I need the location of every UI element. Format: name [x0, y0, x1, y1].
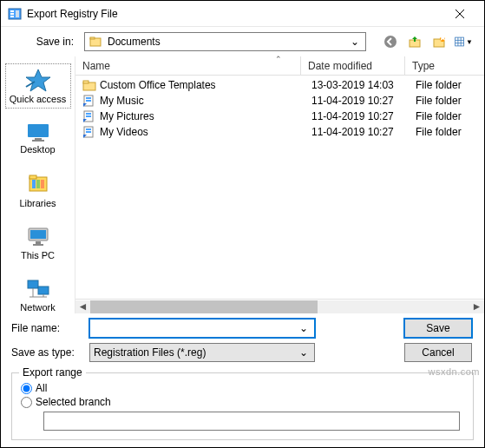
- save-as-type-value: Registration Files (*.reg): [94, 346, 297, 359]
- file-date-cell: 13-03-2019 14:03: [305, 79, 409, 91]
- svg-rect-30: [36, 241, 41, 244]
- regedit-icon: [8, 7, 22, 21]
- file-date-cell: 11-04-2019 10:27: [305, 126, 409, 138]
- desktop-icon: [24, 122, 52, 142]
- column-headers: ⌃ Name Date modified Type: [75, 56, 484, 76]
- svg-text:★: ★: [438, 35, 447, 43]
- chevron-down-icon[interactable]: ⌄: [297, 322, 311, 334]
- file-name-combo[interactable]: ⌄: [89, 319, 315, 338]
- scroll-thumb[interactable]: [90, 300, 318, 313]
- scroll-left-button[interactable]: ◄: [75, 300, 90, 313]
- export-all-radio[interactable]: All: [21, 382, 464, 394]
- folder-icon: [82, 78, 96, 92]
- file-date-cell: 11-04-2019 10:27: [305, 95, 409, 107]
- svg-rect-1: [10, 10, 14, 12]
- svg-rect-4: [16, 10, 19, 17]
- svg-rect-29: [30, 230, 46, 239]
- svg-rect-38: [83, 81, 88, 83]
- view-menu-button[interactable]: ▼: [453, 32, 474, 51]
- svg-marker-19: [26, 69, 50, 91]
- export-all-label: All: [36, 382, 47, 394]
- svg-rect-3: [10, 16, 14, 17]
- svg-rect-43: [86, 113, 91, 115]
- svg-rect-26: [36, 180, 40, 188]
- network-icon: [24, 278, 52, 300]
- up-folder-icon: [408, 35, 422, 49]
- svg-rect-46: [86, 128, 91, 130]
- svg-rect-32: [28, 280, 38, 288]
- file-type-cell: File folder: [409, 126, 484, 138]
- svg-rect-24: [29, 175, 36, 179]
- sidebar-item-this-pc[interactable]: This PC: [5, 221, 71, 265]
- horizontal-scrollbar[interactable]: ◄ ►: [75, 299, 484, 313]
- svg-rect-33: [38, 287, 49, 294]
- chevron-down-icon[interactable]: ⌄: [297, 346, 311, 359]
- documents-folder-icon: [88, 35, 102, 49]
- export-selected-label: Selected branch: [36, 396, 111, 408]
- save-as-type-combo[interactable]: Registration Files (*.reg) ⌄: [89, 343, 315, 362]
- sidebar-item-desktop[interactable]: Desktop: [5, 117, 71, 159]
- export-selected-radio-input[interactable]: [21, 397, 32, 408]
- save-in-value[interactable]: [106, 35, 348, 49]
- column-header-type[interactable]: Type: [405, 56, 484, 75]
- file-type-cell: File folder: [409, 79, 484, 91]
- list-item[interactable]: My Pictures11-04-2019 10:27File folder: [75, 109, 484, 124]
- new-folder-icon: ★: [432, 35, 446, 49]
- view-icon: [454, 35, 465, 49]
- export-all-radio-input[interactable]: [21, 383, 32, 394]
- sidebar-item-label: Desktop: [20, 144, 55, 155]
- back-arrow-icon: [383, 35, 397, 49]
- selected-branch-input[interactable]: [48, 412, 456, 430]
- this-pc-icon: [24, 226, 52, 248]
- svg-rect-44: [86, 115, 91, 117]
- shortcut-icon: [82, 109, 96, 123]
- svg-rect-47: [86, 131, 91, 133]
- file-name-cell: My Pictures: [100, 110, 305, 122]
- svg-rect-22: [32, 140, 44, 142]
- close-button[interactable]: [442, 2, 477, 26]
- selected-branch-field[interactable]: [43, 412, 460, 431]
- svg-rect-40: [86, 97, 91, 99]
- save-button[interactable]: Save: [404, 319, 472, 338]
- sidebar-item-quick-access[interactable]: Quick access: [5, 63, 71, 109]
- sidebar-item-label: This PC: [21, 250, 55, 260]
- export-range-legend: Export range: [19, 366, 86, 379]
- scroll-track[interactable]: [90, 300, 469, 313]
- sidebar-item-libraries[interactable]: Libraries: [5, 168, 71, 213]
- list-item[interactable]: Custom Office Templates13-03-2019 14:03F…: [75, 77, 484, 93]
- scroll-right-button[interactable]: ►: [469, 300, 484, 313]
- new-folder-button[interactable]: ★: [429, 32, 449, 51]
- close-icon: [456, 10, 464, 18]
- column-header-name[interactable]: Name: [75, 56, 301, 75]
- file-name-cell: My Videos: [100, 126, 305, 138]
- list-item[interactable]: My Music11-04-2019 10:27File folder: [75, 93, 484, 109]
- column-header-date[interactable]: Date modified: [301, 56, 405, 75]
- file-type-cell: File folder: [409, 110, 484, 122]
- cancel-button[interactable]: Cancel: [404, 343, 472, 362]
- save-in-label: Save in:: [11, 36, 77, 48]
- svg-rect-21: [35, 138, 42, 140]
- back-button[interactable]: [380, 32, 401, 51]
- sort-indicator-icon: ⌃: [275, 55, 282, 63]
- file-name-input[interactable]: [94, 321, 297, 335]
- chevron-down-icon[interactable]: ⌄: [348, 36, 362, 48]
- svg-point-9: [384, 36, 397, 48]
- file-name-label: File name:: [11, 322, 89, 334]
- list-item[interactable]: My Videos11-04-2019 10:27File folder: [75, 124, 484, 140]
- sidebar-item-network[interactable]: Network: [5, 273, 71, 317]
- sidebar-item-label: Network: [20, 302, 55, 313]
- export-selected-radio[interactable]: Selected branch: [21, 396, 464, 408]
- quick-access-icon: [24, 68, 52, 92]
- svg-rect-8: [90, 37, 95, 39]
- window-title: Export Registry File: [27, 8, 442, 20]
- file-type-cell: File folder: [409, 95, 484, 107]
- file-date-cell: 11-04-2019 10:27: [305, 110, 409, 122]
- shortcut-icon: [82, 125, 96, 139]
- file-list[interactable]: Custom Office Templates13-03-2019 14:03F…: [75, 76, 484, 299]
- svg-rect-27: [41, 180, 44, 188]
- save-as-type-label: Save as type:: [11, 346, 89, 359]
- save-in-combo[interactable]: ⌄: [84, 32, 366, 51]
- up-one-level-button[interactable]: [404, 32, 425, 51]
- shortcut-icon: [82, 94, 96, 108]
- svg-rect-2: [10, 13, 14, 15]
